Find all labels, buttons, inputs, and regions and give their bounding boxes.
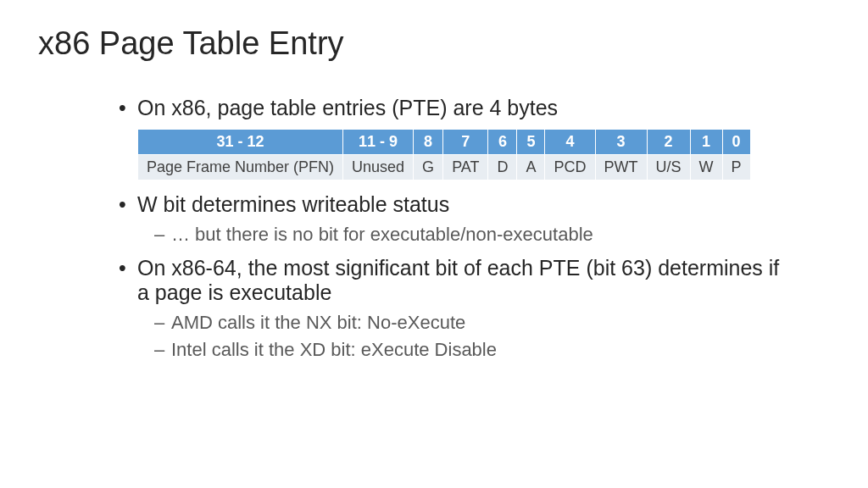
sub-bullet-xd-bit: Intel calls it the XD bit: eXecute Disab… [154, 339, 792, 361]
table-header-cell: 11 - 9 [343, 130, 414, 155]
table-cell: Page Frame Number (PFN) [138, 155, 343, 180]
bullet-pte-size: On x86, page table entries (PTE) are 4 b… [119, 96, 792, 180]
table-header-cell: 5 [517, 130, 545, 155]
bullet-text: On x86, page table entries (PTE) are 4 b… [137, 96, 558, 119]
table-cell: PWT [595, 155, 647, 180]
table-cell: PAT [443, 155, 488, 180]
table-cell: Unused [343, 155, 414, 180]
table-header-cell: 31 - 12 [138, 130, 343, 155]
pte-table: 31 - 12 11 - 9 8 7 6 5 4 3 2 1 0 Page Fr… [137, 129, 751, 180]
table-cell: G [414, 155, 443, 180]
bullet-text: W bit determines writeable status [137, 192, 449, 216]
table-cell: P [722, 155, 750, 180]
table-header-cell: 2 [647, 130, 690, 155]
slide-title: x86 Page Table Entry [38, 25, 830, 62]
bullet-text: On x86-64, the most significant bit of e… [137, 256, 779, 304]
table-header-row: 31 - 12 11 - 9 8 7 6 5 4 3 2 1 0 [138, 130, 751, 155]
table-header-cell: 6 [488, 130, 517, 155]
table-header-cell: 0 [722, 130, 750, 155]
table-cell: PCD [545, 155, 595, 180]
table-row: Page Frame Number (PFN) Unused G PAT D A… [138, 155, 751, 180]
table-header-cell: 8 [414, 130, 443, 155]
table-header-cell: 4 [545, 130, 595, 155]
sub-bullet-nx-bit: AMD calls it the NX bit: No-eXecute [154, 312, 792, 334]
table-cell: D [488, 155, 517, 180]
table-header-cell: 1 [690, 130, 722, 155]
table-header-cell: 3 [595, 130, 647, 155]
table-cell: W [690, 155, 722, 180]
bullet-w-bit: W bit determines writeable status … but … [119, 192, 792, 246]
bullet-x86-64: On x86-64, the most significant bit of e… [119, 256, 792, 361]
table-cell: A [517, 155, 545, 180]
slide-content: On x86, page table entries (PTE) are 4 b… [38, 96, 830, 361]
table-cell: U/S [647, 155, 690, 180]
sub-bullet-no-exec-bit: … but there is no bit for executable/non… [154, 224, 792, 246]
table-header-cell: 7 [443, 130, 488, 155]
